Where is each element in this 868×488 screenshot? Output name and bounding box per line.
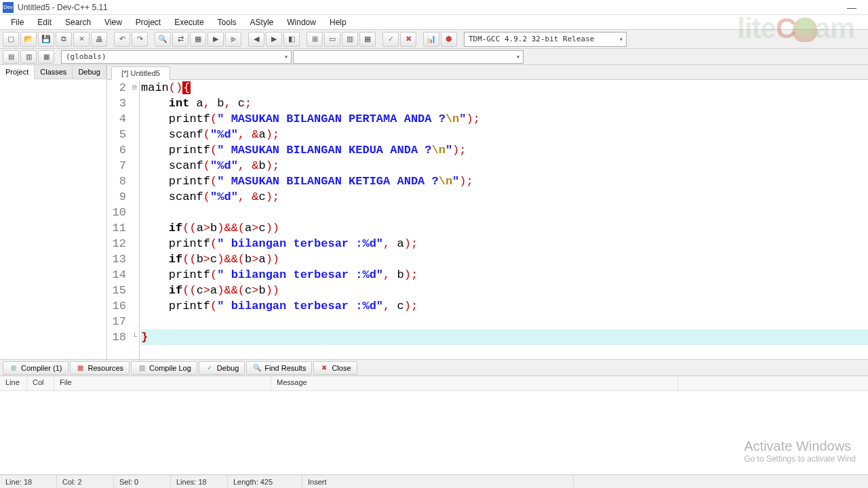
tab-icon: ▦	[76, 363, 85, 373]
goto2-button[interactable]: ▥	[20, 50, 37, 64]
menu-astyle[interactable]: AStyle	[243, 16, 281, 28]
status-cell-5: Insert	[302, 475, 574, 488]
tab-label: Compiler (1)	[21, 364, 62, 372]
app-icon: Dev	[3, 2, 14, 13]
status-cell-3: Lines: 18	[171, 475, 228, 488]
output-tab-close[interactable]: ✖Close	[313, 361, 357, 375]
scope-select[interactable]: (globals)	[61, 50, 292, 64]
tab-label: Find Results	[264, 364, 306, 372]
compile-button[interactable]: ▦	[190, 32, 206, 47]
check-button[interactable]: ✓	[382, 32, 399, 47]
editor-tabs: [*] Untitled5	[107, 65, 868, 80]
msg-col-col[interactable]: Col	[27, 376, 54, 390]
new-file-button[interactable]: ▢	[3, 32, 19, 47]
menu-edit[interactable]: Edit	[31, 16, 58, 28]
menu-execute[interactable]: Execute	[167, 16, 210, 28]
find-button[interactable]: 🔍	[155, 32, 171, 47]
undo-button[interactable]: ↶	[114, 32, 130, 47]
tab-label: Resources	[88, 364, 124, 372]
tab-icon: ▥	[137, 363, 146, 373]
tab-icon: 🔍	[252, 363, 262, 373]
status-cell-1: Col: 2	[57, 475, 114, 488]
fold-column[interactable]: ⊟└	[130, 80, 140, 359]
title-bar: Dev Untitled5 - Dev-C++ 5.11 —	[0, 0, 868, 15]
status-cell-0: Line: 18	[0, 475, 57, 488]
grid4-button[interactable]: ▦	[359, 32, 376, 47]
tab-icon: ⊞	[9, 363, 18, 373]
save-all-button[interactable]: ⧉	[56, 32, 72, 47]
message-header: LineColFileMessage	[0, 376, 868, 391]
menu-bar: FileEditSearchViewProjectExecuteToolsASt…	[0, 15, 868, 30]
line-gutter: 23456789101112131415161718	[107, 80, 130, 359]
grid3-button[interactable]: ▥	[342, 32, 358, 47]
compile-run-button[interactable]: ⫸	[225, 32, 241, 47]
goto3-button[interactable]: ▦	[38, 50, 54, 64]
back-button[interactable]: ◀	[248, 32, 264, 47]
goto1-button[interactable]: ▤	[3, 50, 19, 64]
output-tab-find-results[interactable]: 🔍Find Results	[246, 361, 312, 375]
msg-col-message[interactable]: Message	[271, 376, 678, 390]
msg-col-file[interactable]: File	[54, 376, 271, 390]
open-file-button[interactable]: 📂	[20, 32, 37, 47]
menu-help[interactable]: Help	[323, 16, 353, 28]
status-cell-2: Sel: 0	[114, 475, 171, 488]
tab-label: Compile Log	[149, 364, 191, 372]
output-tab-debug[interactable]: ✓Debug	[199, 361, 245, 375]
sidebar-tabs: ProjectClassesDebug	[0, 65, 106, 79]
sidebar-tab-project[interactable]: Project	[0, 65, 35, 79]
save-button[interactable]: 💾	[38, 32, 54, 47]
grid1-button[interactable]: ⊞	[307, 32, 323, 47]
output-tab-resources[interactable]: ▦Resources	[70, 361, 130, 375]
redo-button[interactable]: ↷	[132, 32, 148, 47]
close-button[interactable]: ⨯	[73, 32, 90, 47]
message-pane: LineColFileMessage	[0, 375, 868, 474]
workspace: ProjectClassesDebug [*] Untitled5 234567…	[0, 65, 868, 359]
code-editor[interactable]: 23456789101112131415161718 ⊟└ main(){ in…	[107, 80, 868, 359]
main-toolbar: ▢ 📂 💾 ⧉ ⨯ 🖶 ↶ ↷ 🔍 ⇄ ▦ ▶ ⫸ ◀ ▶ ◧ ⊞ ▭ ▥ ▦ …	[0, 30, 868, 49]
menu-window[interactable]: Window	[280, 16, 323, 28]
tab-icon: ✖	[319, 363, 329, 373]
debug-button[interactable]: ⬢	[441, 32, 457, 47]
editor-area: [*] Untitled5 23456789101112131415161718…	[107, 65, 868, 359]
msg-col-line[interactable]: Line	[0, 376, 27, 390]
status-bar: Line: 18Col: 2Sel: 0Lines: 18Length: 425…	[0, 474, 868, 488]
sidebar-tab-classes[interactable]: Classes	[35, 65, 73, 79]
editor-tab[interactable]: [*] Untitled5	[111, 66, 170, 80]
output-tab-compiler-1-[interactable]: ⊞Compiler (1)	[3, 361, 68, 375]
bookmark-button[interactable]: ◧	[283, 32, 300, 47]
minimize-button[interactable]: —	[838, 2, 865, 13]
cancel-button2[interactable]: ✖	[400, 32, 416, 47]
forward-button[interactable]: ▶	[266, 32, 282, 47]
window-title: Untitled5 - Dev-C++ 5.11	[18, 3, 838, 12]
output-tabs: ⊞Compiler (1)▦Resources▥Compile Log✓Debu…	[0, 359, 868, 375]
run-button[interactable]: ▶	[208, 32, 224, 47]
code-lines[interactable]: main(){ int a, b, c; printf(" MASUKAN BI…	[140, 80, 868, 359]
menu-view[interactable]: View	[98, 16, 129, 28]
menu-project[interactable]: Project	[129, 16, 167, 28]
scope-toolbar: ▤ ▥ ▦ (globals)	[0, 49, 868, 65]
project-sidebar: ProjectClassesDebug	[0, 65, 107, 359]
sidebar-tab-debug[interactable]: Debug	[73, 65, 106, 79]
menu-search[interactable]: Search	[58, 16, 98, 28]
profile-button[interactable]: 📊	[423, 32, 439, 47]
tab-icon: ✓	[205, 363, 214, 373]
member-select[interactable]	[293, 50, 524, 64]
output-tab-compile-log[interactable]: ▥Compile Log	[131, 361, 197, 375]
print-button[interactable]: 🖶	[91, 32, 107, 47]
replace-button[interactable]: ⇄	[172, 32, 189, 47]
menu-tools[interactable]: Tools	[211, 16, 243, 28]
status-cell-4: Length: 425	[228, 475, 302, 488]
tab-label: Close	[332, 364, 351, 372]
tab-label: Debug	[217, 364, 239, 372]
grid2-button[interactable]: ▭	[324, 32, 340, 47]
compiler-select[interactable]: TDM-GCC 4.9.2 32-bit Release	[464, 32, 627, 47]
menu-file[interactable]: File	[4, 16, 31, 28]
